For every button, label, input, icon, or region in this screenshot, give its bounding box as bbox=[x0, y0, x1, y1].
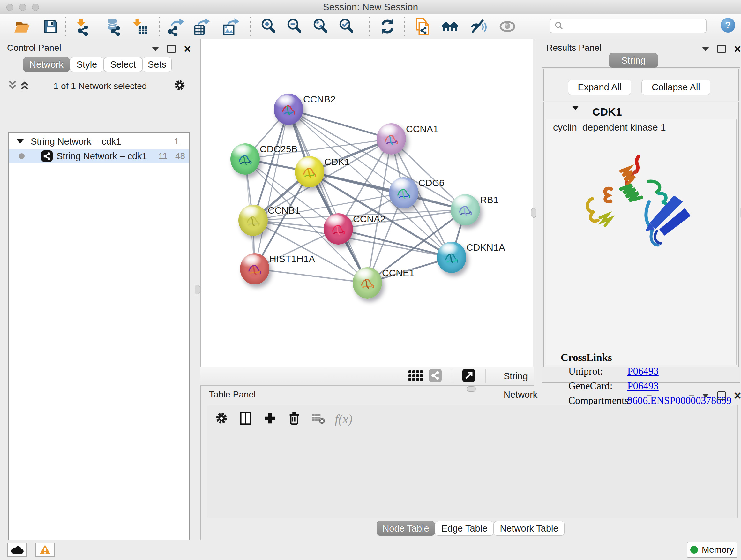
node-CCNB2[interactable] bbox=[274, 94, 303, 125]
crosslinks-heading: CrossLinks bbox=[561, 352, 612, 364]
status-bar: Memory bbox=[0, 540, 741, 560]
function-builder-button[interactable]: f(x) bbox=[335, 412, 353, 427]
network-collection-row[interactable]: String Network – cdk1 1 bbox=[9, 134, 189, 149]
clone-network-icon bbox=[413, 17, 432, 36]
clone-network-button[interactable] bbox=[413, 17, 432, 36]
open-session-button[interactable] bbox=[13, 17, 32, 36]
import-network-database-button[interactable] bbox=[104, 17, 123, 36]
vertical-splitter-handle[interactable] bbox=[195, 285, 200, 294]
tab-network[interactable]: Network bbox=[23, 57, 70, 72]
panel-float-icon[interactable] bbox=[167, 45, 176, 53]
node-label-CCNA2: CCNA2 bbox=[353, 213, 386, 225]
edge-CCNB2-CCNA1[interactable] bbox=[288, 109, 391, 139]
open-external-button[interactable] bbox=[461, 368, 476, 384]
zoom-out-button[interactable] bbox=[285, 17, 304, 36]
expand-all-button[interactable]: Expand All bbox=[568, 80, 631, 95]
gene-description: cyclin–dependent kinase 1 bbox=[553, 122, 666, 133]
panel-float-icon[interactable] bbox=[718, 391, 726, 400]
search-input[interactable] bbox=[563, 21, 699, 31]
toolbar-separator bbox=[159, 17, 159, 36]
tab-edge-table[interactable]: Edge Table bbox=[435, 521, 494, 536]
node-CDC25B[interactable] bbox=[230, 143, 260, 175]
protein-structure-image bbox=[573, 147, 707, 269]
title-bar: Session: New Session bbox=[0, 0, 741, 14]
save-session-button[interactable] bbox=[41, 17, 60, 36]
node-label-RB1: RB1 bbox=[480, 194, 498, 205]
panel-close-icon[interactable]: × bbox=[734, 392, 741, 399]
add-column-button[interactable] bbox=[263, 411, 277, 427]
current-network-name: String Network – cdk1 bbox=[503, 367, 537, 385]
network-canvas[interactable]: CCNB2CCNA1CDC25BCDK1CDC6RB1CCNB1CCNA2CDK… bbox=[201, 39, 533, 367]
node-CCNA2[interactable] bbox=[324, 213, 353, 245]
search-icon bbox=[554, 21, 563, 30]
node-CCNE1[interactable] bbox=[353, 267, 382, 299]
tab-select[interactable]: Select bbox=[104, 57, 142, 72]
panel-close-icon[interactable]: × bbox=[734, 46, 741, 52]
entry-expander-icon[interactable] bbox=[572, 110, 579, 116]
node-count: 11 bbox=[158, 151, 167, 161]
control-panel-title: Control Panel bbox=[7, 43, 61, 53]
network-row-selected[interactable]: String Network – cdk1 11 48 bbox=[9, 149, 189, 164]
import-table-button[interactable] bbox=[130, 17, 149, 36]
node-CDC6[interactable] bbox=[389, 177, 418, 208]
refresh-button[interactable] bbox=[378, 17, 397, 36]
tab-sets[interactable]: Sets bbox=[142, 57, 172, 72]
table-options-button[interactable] bbox=[214, 411, 229, 427]
cloud-button[interactable] bbox=[7, 543, 27, 557]
show-columns-button[interactable] bbox=[239, 411, 253, 427]
tab-style[interactable]: Style bbox=[70, 57, 104, 72]
node-CDK1[interactable] bbox=[295, 156, 324, 187]
panel-menu-icon[interactable] bbox=[152, 47, 159, 51]
delete-table-icon bbox=[311, 411, 325, 425]
export-network-button[interactable] bbox=[166, 17, 186, 36]
edge-CCNB2-HIST1H1A[interactable] bbox=[255, 109, 288, 269]
help-button[interactable]: ? bbox=[721, 18, 735, 33]
search-field[interactable] bbox=[549, 18, 706, 33]
tree-expander-icon[interactable] bbox=[17, 139, 23, 144]
edge-HIST1H1A-CCNE1[interactable] bbox=[255, 269, 367, 283]
node-CDKN1A[interactable] bbox=[437, 242, 466, 273]
panel-menu-icon[interactable] bbox=[702, 47, 709, 51]
tab-network-table[interactable]: Network Table bbox=[494, 521, 564, 536]
table-container: f(x) shared namenamecanonical namedataba… bbox=[207, 405, 738, 518]
export-image-icon bbox=[221, 17, 240, 36]
node-CCNB1[interactable] bbox=[239, 205, 268, 236]
control-panel-tabs: NetworkStyleSelectSets bbox=[23, 57, 172, 72]
export-table-button[interactable] bbox=[192, 17, 212, 36]
node-label-CDK1: CDK1 bbox=[324, 157, 350, 167]
hide-eye-button[interactable] bbox=[469, 17, 488, 36]
tab-string[interactable]: String bbox=[609, 53, 658, 68]
crosslink-row: Uniprot:P06493 bbox=[568, 365, 603, 377]
network-options-button[interactable] bbox=[173, 78, 186, 93]
show-eye-button[interactable] bbox=[498, 17, 517, 36]
grid-view-button[interactable] bbox=[408, 368, 423, 384]
panel-menu-icon[interactable] bbox=[702, 394, 709, 398]
panel-close-icon[interactable]: × bbox=[184, 46, 191, 52]
cloud-icon bbox=[10, 545, 24, 555]
delete-table-button[interactable] bbox=[311, 411, 325, 427]
zoom-in-button[interactable] bbox=[259, 17, 278, 36]
string-view-button[interactable] bbox=[428, 368, 443, 384]
warnings-button[interactable] bbox=[36, 543, 55, 557]
control-panel: Control Panel × NetworkStyleSelectSets 1… bbox=[0, 39, 200, 540]
delete-column-button[interactable] bbox=[287, 411, 301, 427]
collapse-all-button[interactable]: Collapse All bbox=[642, 80, 711, 95]
export-image-button[interactable] bbox=[221, 17, 240, 36]
node-label-CCNB2: CCNB2 bbox=[303, 94, 336, 105]
houses-button[interactable] bbox=[441, 17, 460, 36]
import-network-file-button[interactable] bbox=[73, 17, 92, 36]
results-buttons-box: Expand All Collapse All bbox=[543, 69, 739, 101]
tab-node-table[interactable]: Node Table bbox=[377, 521, 435, 536]
zoom-fit-button[interactable] bbox=[311, 17, 330, 36]
window-title: Session: New Session bbox=[0, 0, 741, 14]
memory-button[interactable]: Memory bbox=[687, 542, 738, 558]
node-CCNA1[interactable] bbox=[377, 123, 406, 154]
node-RB1[interactable] bbox=[451, 194, 480, 226]
save-floppy-icon bbox=[42, 17, 60, 36]
node-label-CDC25B: CDC25B bbox=[260, 144, 297, 154]
node-HIST1H1A[interactable] bbox=[240, 253, 269, 285]
zoom-selected-icon bbox=[337, 17, 355, 36]
panel-float-icon[interactable] bbox=[718, 45, 726, 53]
zoom-selected-button[interactable] bbox=[337, 17, 356, 36]
crosslink-link[interactable]: P06493 bbox=[627, 365, 659, 377]
